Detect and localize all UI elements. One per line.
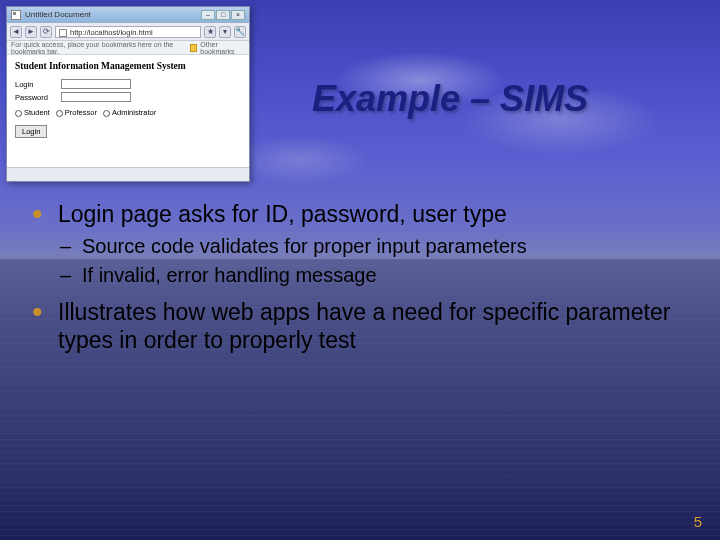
bullet-1-sub-2: If invalid, error handling message	[58, 263, 690, 288]
browser-screenshot: Untitled Document – □ × ◄ ► ⟳ http://loc…	[6, 6, 250, 182]
browser-tab-title: Untitled Document	[25, 10, 197, 19]
radio-professor-label: Professor	[65, 108, 97, 117]
bullet-1-sub-1: Source code validates for proper input p…	[58, 234, 690, 259]
url-text: localhost/login.html	[89, 28, 153, 37]
forward-icon: ►	[25, 26, 37, 38]
slide-title: Example – SIMS	[312, 78, 588, 120]
password-label: Password	[15, 93, 55, 102]
slide-number: 5	[694, 513, 702, 530]
slide-body: Login page asks for ID, password, user t…	[30, 200, 690, 362]
folder-icon	[190, 44, 197, 52]
bullet-1-text: Login page asks for ID, password, user t…	[58, 201, 507, 227]
login-button: Login	[15, 125, 47, 138]
page-heading: Student Information Management System	[15, 61, 241, 71]
reload-icon: ⟳	[40, 26, 52, 38]
back-icon: ◄	[10, 26, 22, 38]
radio-icon	[56, 110, 63, 117]
bookmarks-bar: For quick access, place your bookmarks h…	[7, 41, 249, 55]
login-label: Login	[15, 80, 55, 89]
browser-toolbar: ◄ ► ⟳ http://localhost/login.html ★ ▾ 🔧	[7, 23, 249, 41]
url-scheme: http://	[70, 28, 89, 37]
close-icon: ×	[231, 10, 245, 20]
other-bookmarks-label: Other bookmarks	[200, 41, 245, 55]
radio-icon	[103, 110, 110, 117]
bookmark-star-icon: ★	[204, 26, 216, 38]
radio-admin-label: Administrator	[112, 108, 156, 117]
menu-icon: ▾	[219, 26, 231, 38]
browser-statusbar	[7, 167, 249, 181]
login-input	[61, 79, 131, 89]
page-favicon-icon	[11, 10, 21, 20]
radio-icon	[15, 110, 22, 117]
password-input	[61, 92, 131, 102]
browser-viewport: Student Information Management System Lo…	[7, 55, 249, 167]
bullet-2: Illustrates how web apps have a need for…	[30, 298, 690, 354]
page-icon	[59, 29, 67, 37]
wrench-icon: 🔧	[234, 26, 246, 38]
maximize-icon: □	[216, 10, 230, 20]
bullet-1: Login page asks for ID, password, user t…	[30, 200, 690, 288]
user-type-radios: Student Professor Administrator	[15, 108, 241, 117]
browser-titlebar: Untitled Document – □ ×	[7, 7, 249, 23]
minimize-icon: –	[201, 10, 215, 20]
window-buttons: – □ ×	[201, 10, 245, 20]
url-bar: http://localhost/login.html	[55, 26, 201, 38]
radio-student-label: Student	[24, 108, 50, 117]
bookmarks-hint: For quick access, place your bookmarks h…	[11, 41, 190, 55]
